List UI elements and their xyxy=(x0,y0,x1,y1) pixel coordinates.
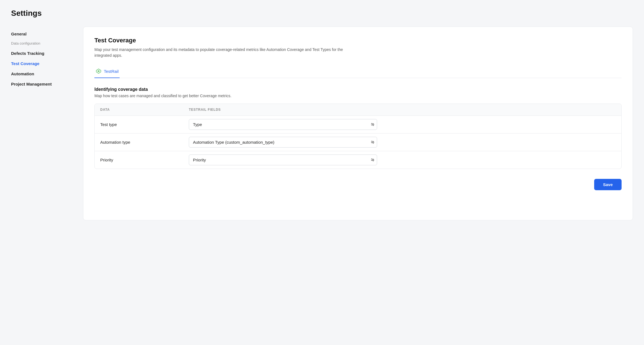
header-testrail-fields: TESTRAIL FIELDS xyxy=(183,104,621,115)
tab-testrail-label: TestRail xyxy=(104,69,119,74)
save-button[interactable]: Save xyxy=(594,179,622,190)
select-wrapper-test-type: Type xyxy=(189,119,377,130)
table-header: DATA TESTRAIL FIELDS xyxy=(95,104,621,116)
main-panel-title: Test Coverage xyxy=(94,37,622,44)
save-button-row: Save xyxy=(94,179,622,190)
tab-testrail[interactable]: TestRail xyxy=(94,65,120,78)
row-label-test-type: Test type xyxy=(95,117,183,132)
sidebar-item-automation[interactable]: Automation xyxy=(11,69,83,79)
table-row: Test type Type xyxy=(95,116,621,133)
sidebar-item-general[interactable]: General xyxy=(11,29,83,39)
row-value-priority: Priority xyxy=(183,151,621,169)
table-row: Priority Priority xyxy=(95,151,621,169)
table-row: Automation type Automation Type (custom_… xyxy=(95,133,621,151)
row-label-priority: Priority xyxy=(95,153,183,167)
sidebar-section-data-configuration: Data configuration xyxy=(11,39,83,48)
sidebar-item-project-management[interactable]: Project Management xyxy=(11,79,83,89)
sidebar-item-defects-tracking[interactable]: Defects Tracking xyxy=(11,48,83,58)
select-wrapper-priority: Priority xyxy=(189,155,377,165)
select-priority[interactable]: Priority xyxy=(189,155,377,165)
content-area: General Data configuration Defects Track… xyxy=(11,27,633,220)
section-title: Identifying coverage data xyxy=(94,87,622,92)
page-container: Settings General Data configuration Defe… xyxy=(0,0,644,229)
select-test-type[interactable]: Type xyxy=(189,119,377,130)
row-value-automation-type: Automation Type (custom_automation_type) xyxy=(183,133,621,151)
row-label-automation-type: Automation type xyxy=(95,135,183,150)
sidebar-item-test-coverage[interactable]: Test Coverage xyxy=(11,58,83,69)
header-data: DATA xyxy=(95,104,183,115)
page-title: Settings xyxy=(11,9,633,18)
row-value-test-type: Type xyxy=(183,116,621,133)
testrail-icon xyxy=(96,68,102,74)
tabs-row: TestRail xyxy=(94,65,622,78)
mapping-table: DATA TESTRAIL FIELDS Test type Type xyxy=(94,104,622,169)
main-panel-description: Map your test management configuration a… xyxy=(94,47,344,58)
select-automation-type[interactable]: Automation Type (custom_automation_type) xyxy=(189,137,377,148)
select-wrapper-automation-type: Automation Type (custom_automation_type) xyxy=(189,137,377,148)
coverage-section: Identifying coverage data Map how test c… xyxy=(94,87,622,169)
sidebar: General Data configuration Defects Track… xyxy=(11,27,83,220)
section-description: Map how test cases are managed and class… xyxy=(94,94,622,98)
main-panel: Test Coverage Map your test management c… xyxy=(83,27,633,220)
